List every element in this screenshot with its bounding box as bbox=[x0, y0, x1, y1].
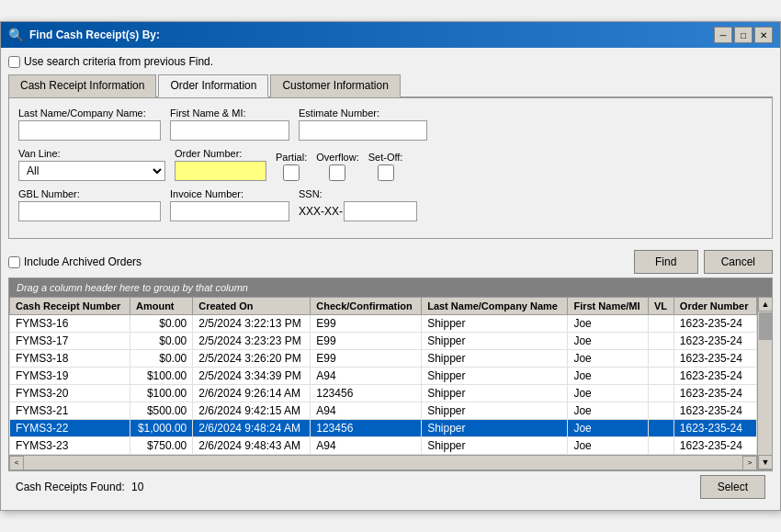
cell-0: FYMS3-19 bbox=[10, 368, 130, 385]
cell-0: FYMS3-20 bbox=[10, 385, 130, 402]
overflow-label: Overflow: bbox=[316, 152, 358, 163]
table-row[interactable]: FYMS3-22$1,000.002/6/2024 9:48:24 AM1234… bbox=[10, 420, 757, 437]
cell-7: 1623-235-24 bbox=[673, 385, 756, 402]
gbl-label: GBL Number: bbox=[18, 188, 161, 199]
table-row[interactable]: FYMS3-20$100.002/6/2024 9:26:14 AM123456… bbox=[10, 385, 757, 402]
cell-4: Shipper bbox=[422, 315, 568, 333]
cell-1: $1,000.00 bbox=[130, 420, 192, 437]
grid-body: Cash Receipt Number Amount Created On Ch… bbox=[9, 297, 772, 470]
scroll-thumb-area bbox=[758, 311, 772, 455]
van-line-label: Van Line: bbox=[18, 148, 165, 159]
table-row[interactable]: FYMS3-23$750.002/6/2024 9:48:43 AMA94Shi… bbox=[10, 437, 757, 455]
col-firstname: First Name/MI bbox=[568, 298, 649, 315]
table-row[interactable]: FYMS3-17$0.002/5/2024 3:23:23 PME99Shipp… bbox=[10, 333, 757, 350]
cancel-button[interactable]: Cancel bbox=[704, 250, 773, 274]
vertical-scrollbar[interactable]: ▲ ▼ bbox=[757, 297, 772, 470]
col-created: Created On bbox=[193, 298, 311, 315]
cell-6 bbox=[649, 420, 674, 437]
maximize-button[interactable]: □ bbox=[734, 27, 753, 43]
tab-cash-receipt[interactable]: Cash Receipt Information bbox=[8, 74, 156, 97]
cell-1: $0.00 bbox=[130, 315, 192, 333]
tab-customer-info[interactable]: Customer Information bbox=[270, 74, 400, 97]
cell-4: Shipper bbox=[422, 385, 568, 402]
estimate-number-group: Estimate Number: bbox=[299, 108, 427, 141]
scroll-left-button[interactable]: < bbox=[9, 456, 24, 470]
scroll-right-button[interactable]: > bbox=[742, 456, 757, 470]
last-name-input[interactable] bbox=[18, 120, 161, 141]
horizontal-scrollbar[interactable]: < > bbox=[9, 455, 757, 470]
overflow-checkbox[interactable] bbox=[329, 164, 345, 181]
grid-scroll-area: Cash Receipt Number Amount Created On Ch… bbox=[9, 297, 757, 470]
partial-checkbox[interactable] bbox=[283, 164, 300, 181]
select-button[interactable]: Select bbox=[700, 475, 765, 499]
tab-order-info[interactable]: Order Information bbox=[158, 74, 268, 97]
minimize-button[interactable]: ─ bbox=[714, 27, 732, 43]
setoff-group: Set-Off: bbox=[368, 152, 403, 181]
table-row[interactable]: FYMS3-19$100.002/5/2024 3:34:39 PMA94Shi… bbox=[10, 368, 757, 385]
ssn-input[interactable] bbox=[344, 201, 417, 221]
found-count: 10 bbox=[131, 481, 143, 493]
cell-7: 1623-235-24 bbox=[673, 350, 756, 368]
setoff-checkbox[interactable] bbox=[378, 164, 394, 181]
estimate-number-input[interactable] bbox=[299, 120, 427, 141]
cell-1: $500.00 bbox=[130, 402, 192, 420]
cell-7: 1623-235-24 bbox=[673, 315, 756, 333]
cell-7: 1623-235-24 bbox=[673, 420, 756, 437]
order-number-input[interactable]: 1623 bbox=[175, 161, 266, 181]
order-number-label: Order Number: bbox=[175, 148, 266, 159]
title-controls: ─ □ ✕ bbox=[714, 27, 773, 43]
cell-6 bbox=[649, 333, 674, 350]
scroll-down-button[interactable]: ▼ bbox=[758, 455, 773, 470]
first-name-input[interactable] bbox=[170, 120, 289, 141]
table-row[interactable]: FYMS3-16$0.002/5/2024 3:22:13 PME99Shipp… bbox=[10, 315, 757, 333]
form-row-1: Last Name/Company Name: First Name & MI:… bbox=[18, 108, 763, 141]
find-button[interactable]: Find bbox=[634, 250, 698, 274]
cell-5: Joe bbox=[568, 437, 649, 455]
cell-2: 2/6/2024 9:26:14 AM bbox=[193, 385, 311, 402]
previous-search-label: Use search criteria from previous Find. bbox=[24, 55, 213, 68]
van-line-select[interactable]: All bbox=[18, 161, 165, 181]
cell-3: A94 bbox=[311, 368, 422, 385]
partial-label: Partial: bbox=[276, 152, 307, 163]
cell-6 bbox=[649, 315, 674, 333]
form-row-2: Van Line: All Order Number: 1623 Partial… bbox=[18, 148, 763, 181]
cell-4: Shipper bbox=[422, 333, 568, 350]
cell-5: Joe bbox=[568, 333, 649, 350]
cell-1: $0.00 bbox=[130, 350, 192, 368]
order-number-group: Order Number: 1623 bbox=[175, 148, 266, 181]
cell-1: $0.00 bbox=[130, 333, 192, 350]
cell-6 bbox=[649, 437, 674, 455]
window-icon: 🔍 bbox=[8, 28, 24, 42]
cell-3: 123456 bbox=[311, 385, 422, 402]
last-name-label: Last Name/Company Name: bbox=[18, 108, 161, 119]
invoice-label: Invoice Number: bbox=[170, 188, 289, 199]
gbl-input[interactable] bbox=[18, 201, 161, 221]
cell-2: 2/5/2024 3:23:23 PM bbox=[193, 333, 311, 350]
cell-6 bbox=[649, 385, 674, 402]
archive-checkbox[interactable] bbox=[8, 256, 20, 268]
invoice-input[interactable] bbox=[170, 201, 289, 221]
cell-5: Joe bbox=[568, 402, 649, 420]
cell-7: 1623-235-24 bbox=[673, 368, 756, 385]
ssn-label: SSN: bbox=[299, 188, 417, 199]
scroll-up-button[interactable]: ▲ bbox=[758, 297, 773, 311]
col-receipt: Cash Receipt Number bbox=[10, 298, 130, 315]
cell-0: FYMS3-17 bbox=[10, 333, 130, 350]
table-row[interactable]: FYMS3-18$0.002/5/2024 3:26:20 PME99Shipp… bbox=[10, 350, 757, 368]
cell-1: $100.00 bbox=[130, 385, 192, 402]
cell-2: 2/5/2024 3:34:39 PM bbox=[193, 368, 311, 385]
cell-5: Joe bbox=[568, 368, 649, 385]
cell-6 bbox=[649, 350, 674, 368]
close-button[interactable]: ✕ bbox=[754, 27, 773, 43]
title-bar-left: 🔍 Find Cash Receipt(s) By: bbox=[8, 28, 160, 42]
table-row[interactable]: FYMS3-21$500.002/6/2024 9:42:15 AMA94Shi… bbox=[10, 402, 757, 420]
estimate-number-label: Estimate Number: bbox=[299, 108, 427, 119]
grid-scroll-wrapper[interactable]: Cash Receipt Number Amount Created On Ch… bbox=[9, 297, 757, 455]
cell-3: A94 bbox=[311, 402, 422, 420]
table-header-row: Cash Receipt Number Amount Created On Ch… bbox=[10, 298, 757, 315]
cell-4: Shipper bbox=[422, 402, 568, 420]
previous-search-row: Use search criteria from previous Find. bbox=[8, 55, 773, 68]
cell-2: 2/6/2024 9:48:43 AM bbox=[193, 437, 311, 455]
previous-search-checkbox[interactable] bbox=[8, 56, 20, 68]
scroll-thumb[interactable] bbox=[759, 312, 772, 340]
